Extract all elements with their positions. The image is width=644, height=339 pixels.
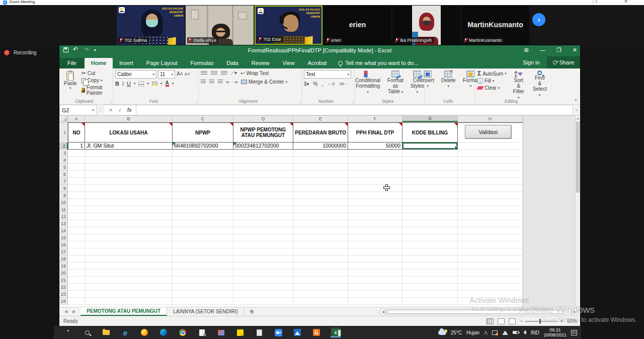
new-sheet-icon[interactable]: ⊕ [245,307,259,316]
action-center-icon[interactable] [571,330,577,335]
cell-D22[interactable] [233,284,293,291]
cell-A5[interactable] [68,164,85,171]
participant-tile[interactable]: KELAS PAJAKINSENTIFUMKM702 Sallma [117,6,185,45]
cell-D11[interactable] [233,206,293,213]
cell-H3[interactable] [458,150,523,157]
row-header-21[interactable]: 21 [59,277,68,284]
cell-D24[interactable] [233,298,293,305]
cell-F12[interactable] [348,213,403,220]
wrap-text-button[interactable]: Wrap Text [240,71,269,76]
cell-D19[interactable] [233,262,293,269]
cell-F1[interactable]: PPH FINAL DTP [348,122,403,143]
firefox-icon[interactable] [139,327,149,337]
italic-button[interactable]: I [122,81,124,87]
battery-icon[interactable] [513,331,519,334]
cell-A18[interactable] [68,255,85,262]
display-tray-icon[interactable] [492,330,498,335]
restore-icon[interactable]: ❐ [556,47,561,53]
tab-nav-right-icon[interactable]: ▶ [72,309,75,314]
cell-A15[interactable] [68,234,85,241]
cell-G4[interactable] [403,157,458,164]
cell-F23[interactable] [348,291,403,298]
cell-D14[interactable] [233,227,293,234]
ribbon-tab-data[interactable]: Data [220,58,245,69]
font-color-icon[interactable]: A [166,81,169,87]
cell-E2[interactable]: 10000000 [293,143,348,150]
vertical-scrollbar[interactable]: ▲ [575,116,580,307]
tab-file[interactable]: File [59,58,85,69]
conditional-formatting-button[interactable]: ConditionalFormatting ▾ [353,70,382,95]
cell-D5[interactable] [233,164,293,171]
cell-G12[interactable] [403,213,458,220]
cell-B16[interactable] [85,241,173,248]
align-bottom-icon[interactable] [221,71,227,76]
photos-app-icon[interactable] [292,327,302,337]
cell-E15[interactable] [293,234,348,241]
cell-F16[interactable] [348,241,403,248]
fill-button[interactable]: ↓Fill▾ [477,78,507,84]
cell-G5[interactable] [403,164,458,171]
cell-D4[interactable] [233,157,293,164]
formula-bar-splitter[interactable]: ⁞ [97,105,105,115]
autosum-button[interactable]: ΣAutoSum▾ [477,70,507,77]
cell-G23[interactable] [403,291,458,298]
cell-C23[interactable] [173,291,233,298]
cell-B23[interactable] [85,291,173,298]
cell-H24[interactable] [458,298,523,305]
horizontal-scroll-thumb[interactable] [387,310,564,314]
cell-A6[interactable] [68,171,85,178]
cell-D9[interactable] [233,192,293,199]
cell-F5[interactable] [348,164,403,171]
cell-D15[interactable] [233,234,293,241]
sticky-notes-icon[interactable] [235,327,245,337]
column-header-E[interactable]: E [293,116,348,122]
cell-C21[interactable] [173,277,233,284]
cell-C9[interactable] [173,192,233,199]
format-painter-button[interactable]: Format Painter [82,85,111,96]
cell-E11[interactable] [293,206,348,213]
cell-F18[interactable] [348,255,403,262]
font-dialog-launcher-icon[interactable]: ⌟ [196,100,197,104]
cell-H23[interactable] [458,291,523,298]
copy-button[interactable]: Copy▾ [82,78,111,83]
cell-H6[interactable] [458,171,523,178]
cell-H15[interactable] [458,234,523,241]
cell-F3[interactable] [348,150,403,157]
cell-C12[interactable] [173,213,233,220]
ribbon-tab-home[interactable]: Home [85,58,113,69]
row-header-13[interactable]: 13 [59,220,68,227]
weather-temp[interactable]: 25°C [451,330,462,335]
cell-D12[interactable] [233,213,293,220]
cell-F6[interactable] [348,171,403,178]
cell-G3[interactable] [403,150,458,157]
row-header-14[interactable]: 14 [59,227,68,234]
cell-C5[interactable] [173,164,233,171]
row-header-10[interactable]: 10 [59,199,68,206]
cell-B10[interactable] [85,199,173,206]
cell-D13[interactable] [233,220,293,227]
cell-G17[interactable] [403,248,458,255]
cell-C2[interactable]: 664810892702000 [173,143,233,150]
cell-E18[interactable] [293,255,348,262]
cell-C16[interactable] [173,241,233,248]
row-header-19[interactable]: 19 [59,262,68,269]
row-header-20[interactable]: 20 [59,269,68,277]
ribbon-tab-review[interactable]: Review [245,58,276,69]
row-header-18[interactable]: 18 [59,255,68,262]
scroll-up-icon[interactable]: ▲ [576,116,580,121]
borders-icon[interactable] [138,81,144,87]
merge-center-button[interactable]: Merge & Center▾ [241,79,287,85]
cell-G7[interactable] [403,178,458,185]
cell-F4[interactable] [348,157,403,164]
cell-H11[interactable] [458,206,523,213]
participant-tile[interactable]: Stella elsya [186,6,254,45]
internet-explorer-icon[interactable]: e [120,327,130,337]
next-participants-button[interactable]: › [532,13,545,26]
row-header-3[interactable]: 3 [59,150,68,157]
cell-G11[interactable] [403,206,458,213]
cell-C8[interactable] [173,185,233,192]
weather-desc[interactable]: Hujan [466,330,479,335]
cell-D16[interactable] [233,241,293,248]
row-header-15[interactable]: 15 [59,234,68,241]
page-layout-view-icon[interactable] [498,318,505,324]
